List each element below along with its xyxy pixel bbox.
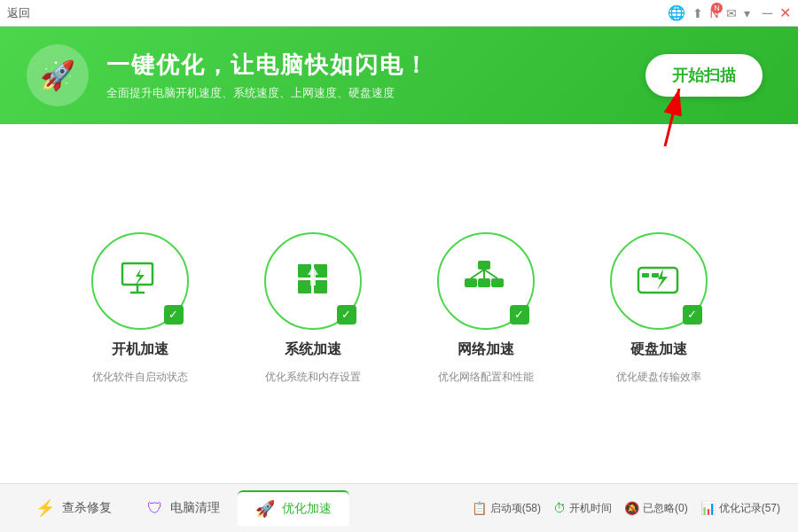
stat-records-label: 优化记录(57)	[719, 501, 780, 516]
close-button[interactable]: ✕	[779, 4, 791, 21]
disk-check-badge: ✓	[683, 305, 702, 325]
stat-ignored-label: 已忽略(0)	[643, 501, 688, 516]
notification-icon[interactable]: N N	[710, 6, 719, 20]
lightning-tab-icon: ⚡	[35, 498, 55, 518]
tab-clean-label: 电脑清理	[170, 500, 220, 516]
network-check-badge: ✓	[510, 305, 529, 325]
feature-network[interactable]: ✓ 网络加速 优化网络配置和性能	[437, 232, 535, 385]
stat-startup[interactable]: 📋 启动项(58)	[472, 501, 541, 516]
svg-line-16	[484, 270, 497, 278]
system-title: 系统加速	[285, 340, 341, 359]
scan-button[interactable]: 开始扫描	[645, 54, 763, 97]
tab-repair[interactable]: ⚡ 查杀修复	[18, 490, 129, 526]
message-icon[interactable]: ✉	[726, 6, 737, 20]
rocket-tab-icon: 🚀	[255, 499, 275, 519]
feature-boot[interactable]: ✓ 开机加速 优化软件自启动状态	[91, 232, 189, 385]
svg-rect-7	[298, 280, 311, 293]
feature-disk[interactable]: ✓ 硬盘加速 优化硬盘传输效率	[610, 232, 708, 385]
shield-tab-icon: 🛡	[147, 499, 163, 518]
tab-optimize-label: 优化加速	[282, 501, 332, 517]
hdd-icon	[634, 257, 683, 305]
header-title: 一键优化，让电脑快如闪电！	[106, 50, 429, 81]
clock-icon: ⏱	[553, 501, 566, 515]
boot-desc: 优化软件自启动状态	[92, 370, 188, 385]
svg-rect-18	[642, 273, 649, 278]
stat-boottime-label: 开机时间	[569, 501, 612, 516]
svg-rect-13	[491, 278, 504, 287]
network-desc: 优化网络配置和性能	[438, 370, 534, 385]
feature-system[interactable]: ✓ 系统加速 优化系统和内存设置	[264, 232, 362, 385]
feature-system-circle: ✓	[264, 232, 362, 330]
stat-boottime[interactable]: ⏱ 开机时间	[553, 501, 612, 516]
app-window: 返回 🌐 ⬆ N N ✉ ▾ ─ ✕ 🚀 一键优化，让电脑快如	[0, 0, 798, 532]
header-text: 一键优化，让电脑快如闪电！ 全面提升电脑开机速度、系统速度、上网速度、硬盘速度	[106, 50, 429, 101]
tab-clean[interactable]: 🛡 电脑清理	[129, 490, 238, 526]
stat-ignored[interactable]: 🔕 已忽略(0)	[624, 501, 688, 516]
signal-icon[interactable]: ▾	[744, 6, 750, 20]
boot-check-badge: ✓	[164, 305, 184, 325]
stat-startup-label: 启动项(58)	[490, 501, 541, 516]
ignore-icon: 🔕	[624, 501, 639, 515]
records-icon: 📊	[700, 501, 716, 515]
bottom-bar: ⚡ 查杀修复 🛡 电脑清理 🚀 优化加速 📋 启动项(58)	[0, 483, 798, 532]
svg-rect-17	[638, 268, 677, 293]
disk-title: 硬盘加速	[630, 340, 687, 359]
header-banner: 🚀 一键优化，让电脑快如闪电！ 全面提升电脑开机速度、系统速度、上网速度、硬盘速…	[0, 27, 798, 124]
network-icon	[461, 257, 510, 305]
feature-disk-circle: ✓	[610, 232, 708, 330]
header-subtitle: 全面提升电脑开机速度、系统速度、上网速度、硬盘速度	[106, 85, 429, 101]
svg-rect-5	[298, 264, 311, 278]
feature-boot-circle: ✓	[91, 232, 189, 330]
svg-rect-19	[652, 273, 659, 278]
minimize-button[interactable]: ─	[763, 5, 772, 21]
svg-line-14	[471, 270, 484, 278]
titlebar-left: 返回	[7, 5, 30, 21]
content-area: ✓ 开机加速 优化软件自启动状态	[0, 124, 798, 532]
tab-repair-label: 查杀修复	[62, 500, 112, 516]
svg-rect-10	[478, 261, 490, 270]
svg-rect-12	[478, 278, 490, 287]
monitor-icon	[118, 257, 162, 305]
network-title: 网络加速	[458, 340, 514, 359]
windows-icon	[291, 257, 335, 305]
feature-network-circle: ✓	[437, 232, 535, 330]
system-check-badge: ✓	[337, 305, 356, 325]
tab-optimize[interactable]: 🚀 优化加速	[238, 490, 349, 526]
startup-icon: 📋	[472, 501, 487, 515]
back-button[interactable]: 返回	[7, 5, 30, 21]
stat-records[interactable]: 📊 优化记录(57)	[700, 501, 780, 516]
globe-icon[interactable]: 🌐	[668, 4, 685, 21]
titlebar-right: 🌐 ⬆ N N ✉ ▾ ─ ✕	[668, 4, 791, 21]
bottom-stats: 📋 启动项(58) ⏱ 开机时间 🔕 已忽略(0) 📊 优化记录(57)	[472, 501, 780, 516]
titlebar: 返回 🌐 ⬆ N N ✉ ▾ ─ ✕	[0, 0, 798, 27]
disk-desc: 优化硬盘传输效率	[616, 370, 701, 385]
bottom-tabs: ⚡ 查杀修复 🛡 电脑清理 🚀 优化加速	[18, 490, 472, 526]
boot-title: 开机加速	[112, 340, 168, 359]
system-desc: 优化系统和内存设置	[265, 370, 361, 385]
rocket-icon: 🚀	[40, 59, 75, 92]
header-icon-circle: 🚀	[27, 44, 89, 106]
features-grid: ✓ 开机加速 优化软件自启动状态	[0, 124, 798, 483]
share-icon[interactable]: ⬆	[692, 6, 703, 20]
svg-rect-8	[314, 280, 327, 293]
svg-rect-11	[465, 278, 477, 287]
